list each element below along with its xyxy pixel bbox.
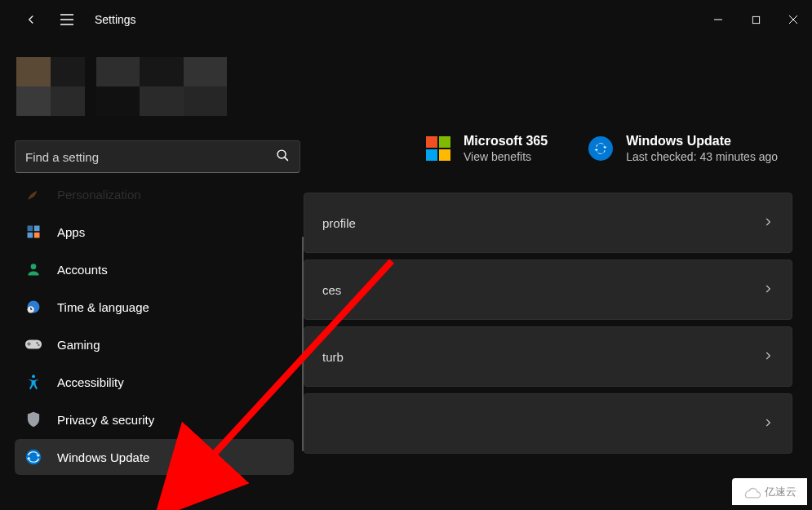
maximize-button[interactable] <box>737 3 774 36</box>
svg-point-1 <box>277 150 286 158</box>
microsoft-logo-icon <box>426 136 450 161</box>
back-button[interactable] <box>13 2 49 38</box>
svg-rect-3 <box>34 226 40 232</box>
sidebar-item-label: Gaming <box>57 338 100 352</box>
svg-rect-4 <box>28 233 33 238</box>
sidebar-item-label: Privacy & security <box>57 413 154 427</box>
settings-card[interactable]: ces <box>304 259 792 320</box>
accessibility-icon <box>24 373 42 391</box>
settings-card[interactable] <box>304 393 792 454</box>
sidebar-item-privacy-security[interactable]: Privacy & security <box>15 401 294 437</box>
nav-list: Personalization Apps Accounts Time & lan… <box>15 184 294 503</box>
watermark-text: 亿速云 <box>765 485 796 499</box>
chevron-right-icon <box>762 417 774 431</box>
windows-update-tile[interactable]: Windows Update Last checked: 43 minutes … <box>588 134 778 163</box>
sidebar-item-label: Time & language <box>57 300 149 314</box>
search-box[interactable] <box>15 140 300 173</box>
card-label: turb <box>322 350 344 364</box>
svg-rect-5 <box>34 233 40 238</box>
search-input[interactable] <box>25 150 276 164</box>
chevron-right-icon <box>762 216 774 230</box>
profile-name <box>96 57 227 116</box>
sync-icon <box>588 136 613 161</box>
settings-cards: profile ces turb <box>304 193 792 454</box>
sidebar-item-label: Accessibility <box>57 375 124 389</box>
tile-subtitle: View benefits <box>464 150 548 163</box>
globe-clock-icon <box>24 298 42 316</box>
sidebar-item-gaming[interactable]: Gaming <box>15 326 294 362</box>
microsoft-365-tile[interactable]: Microsoft 365 View benefits <box>426 134 548 163</box>
sidebar-item-time-language[interactable]: Time & language <box>15 289 294 325</box>
sidebar: Personalization Apps Accounts Time & lan… <box>0 39 304 510</box>
sidebar-item-accessibility[interactable]: Accessibility <box>15 364 294 400</box>
menu-button[interactable] <box>49 2 85 38</box>
sidebar-item-apps[interactable]: Apps <box>15 214 294 250</box>
sidebar-item-label: Personalization <box>57 188 141 202</box>
minimize-button[interactable] <box>699 3 737 36</box>
svg-point-11 <box>38 344 39 346</box>
chevron-right-icon <box>762 350 774 364</box>
settings-card[interactable]: turb <box>304 326 792 387</box>
content-area: Microsoft 365 View benefits Windows Upda… <box>304 39 812 510</box>
window-controls <box>699 3 812 36</box>
sidebar-item-label: Accounts <box>57 263 108 277</box>
tile-title: Microsoft 365 <box>464 134 548 149</box>
person-icon <box>24 260 42 278</box>
sidebar-item-windows-update[interactable]: Windows Update <box>15 439 294 475</box>
close-button[interactable] <box>774 3 812 36</box>
titlebar: Settings <box>0 0 812 39</box>
sidebar-item-label: Windows Update <box>57 450 149 464</box>
paintbrush-icon <box>24 185 42 203</box>
card-label: profile <box>322 216 356 230</box>
search-icon <box>276 149 290 166</box>
sidebar-item-label: Apps <box>57 225 85 239</box>
profile-block[interactable] <box>16 51 294 122</box>
settings-card[interactable]: profile <box>304 193 792 253</box>
avatar <box>16 57 85 116</box>
sidebar-item-accounts[interactable]: Accounts <box>15 251 294 287</box>
apps-icon <box>24 223 42 241</box>
svg-rect-0 <box>752 16 759 23</box>
svg-point-12 <box>32 375 35 378</box>
svg-point-6 <box>31 264 37 269</box>
svg-rect-2 <box>28 226 33 232</box>
shield-icon <box>24 410 42 428</box>
sidebar-item-personalization[interactable]: Personalization <box>15 184 294 212</box>
watermark: 亿速云 <box>732 478 807 505</box>
svg-point-10 <box>36 342 38 344</box>
tile-subtitle: Last checked: 43 minutes ago <box>626 150 778 163</box>
window-title: Settings <box>95 13 136 26</box>
gamepad-icon <box>24 335 42 353</box>
card-label: ces <box>322 283 341 297</box>
sync-icon <box>24 448 42 466</box>
chevron-right-icon <box>762 283 774 297</box>
tile-title: Windows Update <box>626 134 778 149</box>
